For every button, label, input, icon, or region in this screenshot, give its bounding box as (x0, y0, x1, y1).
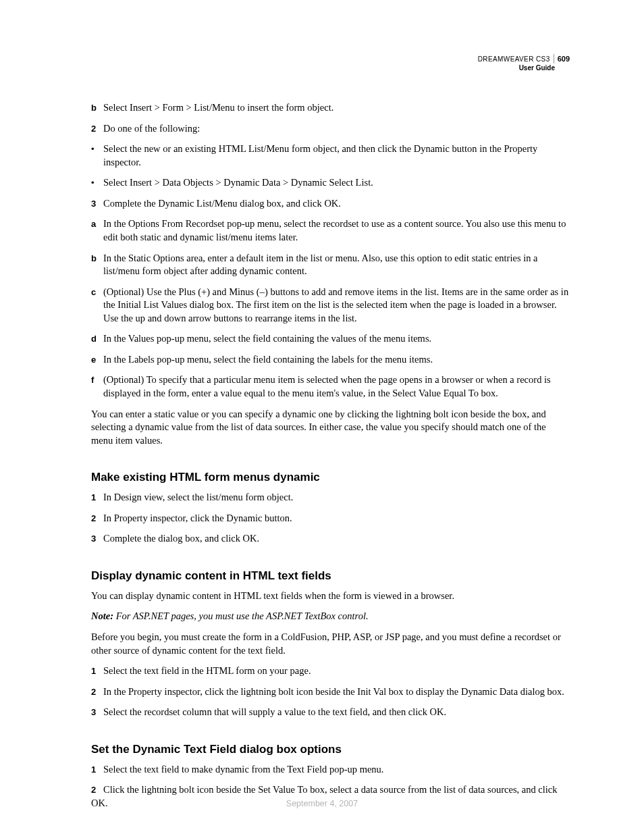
step-text: In the Static Options area, enter a defa… (103, 252, 570, 278)
step-marker: 3 (91, 532, 103, 546)
step-marker: 1 (91, 664, 103, 678)
step-1: 1 Select the text field in the HTML form… (91, 664, 570, 678)
step-text: Do one of the following: (103, 122, 570, 136)
bullet-marker: • (91, 176, 103, 190)
step-text: In the Options From Recordset pop-up men… (103, 217, 570, 244)
step-marker: 3 (91, 197, 103, 211)
closing-paragraph: You can enter a static value or you can … (91, 408, 570, 448)
step-text: In the Property inspector, click the lig… (103, 685, 570, 699)
step-text: In the Labels pop-up menu, select the fi… (103, 353, 570, 367)
step-marker: a (91, 217, 103, 244)
step-marker: 3 (91, 706, 103, 719)
step-text: Complete the dialog box, and click OK. (103, 532, 570, 546)
step-marker: 2 (91, 685, 103, 699)
step-marker: 2 (91, 512, 103, 525)
section-heading-make-dynamic: Make existing HTML form menus dynamic (91, 470, 570, 486)
step-1b: b Select Insert > Form > List/Menu to in… (91, 101, 570, 115)
step-marker: f (91, 373, 103, 400)
step-marker: e (91, 353, 103, 367)
step-marker: 2 (91, 783, 103, 796)
note: Note: For ASP.NET pages, you must use th… (91, 610, 570, 623)
substep-c: c (Optional) Use the Plus (+) and Minus … (91, 286, 570, 325)
intro-paragraph: You can display dynamic content in HTML … (91, 590, 570, 603)
bullet-marker: • (91, 142, 103, 169)
step-marker: 1 (91, 491, 103, 504)
step-marker: 2 (91, 122, 103, 136)
guide-label: User Guide (478, 63, 570, 72)
step-2: 2 In the Property inspector, click the l… (91, 685, 570, 699)
bullet-item: • Select Insert > Data Objects > Dynamic… (91, 176, 570, 190)
step-3: 3 Complete the Dynamic List/Menu dialog … (91, 197, 570, 211)
note-body: For ASP.NET pages, you must use the ASP.… (113, 610, 369, 621)
page: DREAMWEAVER CS3 609 User Guide b Select … (0, 0, 644, 834)
step-text: (Optional) To specify that a particular … (103, 373, 570, 400)
step-text: Select the text field to make dynamic fr… (103, 764, 384, 775)
step-text: In the Values pop-up menu, select the fi… (103, 332, 570, 346)
step-text: Select the recordset column that will su… (103, 706, 570, 719)
note-label: Note: (91, 610, 113, 621)
step-marker: d (91, 332, 103, 346)
step-marker: 1 (91, 763, 103, 776)
page-number: 609 (554, 54, 570, 63)
bullet-text: Select Insert > Data Objects > Dynamic D… (103, 176, 570, 190)
step-1: 1Select the text field to make dynamic f… (91, 763, 570, 777)
bullet-item: • Select the new or an existing HTML Lis… (91, 142, 570, 169)
step-2: 2 Do one of the following: (91, 122, 570, 136)
step-1: 1 In Design view, select the list/menu f… (91, 491, 570, 504)
step-text: Complete the Dynamic List/Menu dialog bo… (103, 197, 570, 211)
section-heading-set-options: Set the Dynamic Text Field dialog box op… (91, 742, 570, 758)
step-marker: b (91, 252, 103, 278)
step-2: 2 In Property inspector, click the Dynam… (91, 512, 570, 525)
step-text: Select the text field in the HTML form o… (103, 664, 570, 678)
bullet-text: Select the new or an existing HTML List/… (103, 142, 570, 169)
substep-a: a In the Options From Recordset pop-up m… (91, 217, 570, 244)
running-header: DREAMWEAVER CS3 609 User Guide (478, 54, 570, 72)
step-3: 3 Complete the dialog box, and click OK. (91, 532, 570, 546)
substep-b: b In the Static Options area, enter a de… (91, 252, 570, 278)
step-text: (Optional) Use the Plus (+) and Minus (–… (103, 286, 570, 325)
step-marker: c (91, 286, 103, 325)
substep-d: d In the Values pop-up menu, select the … (91, 332, 570, 346)
section-heading-display-dynamic: Display dynamic content in HTML text fie… (91, 569, 570, 584)
step-marker: b (91, 101, 103, 115)
step-text: In Property inspector, click the Dynamic… (103, 512, 570, 525)
main-content: b Select Insert > Form > List/Menu to in… (91, 101, 570, 810)
substep-e: e In the Labels pop-up menu, select the … (91, 353, 570, 367)
step-3: 3 Select the recordset column that will … (91, 706, 570, 719)
step-text: In Design view, select the list/menu for… (103, 491, 570, 504)
step-text: Select Insert > Form > List/Menu to inse… (103, 101, 570, 115)
footer-date: September 4, 2007 (0, 798, 644, 810)
before-paragraph: Before you begin, you must create the fo… (91, 631, 570, 657)
product-name: DREAMWEAVER CS3 (478, 55, 550, 63)
substep-f: f (Optional) To specify that a particula… (91, 373, 570, 400)
